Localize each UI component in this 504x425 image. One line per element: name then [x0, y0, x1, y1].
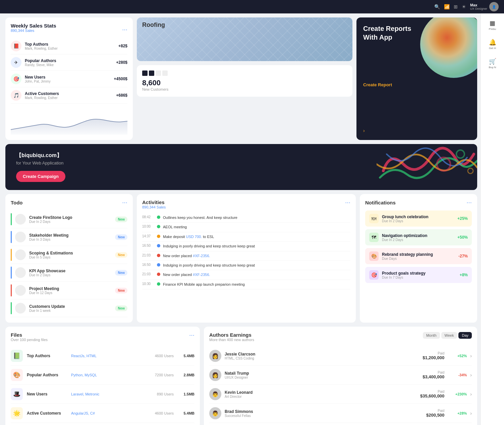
author-item-3: 👨 Brad Simmons Successful Fellas Paid $2…: [209, 404, 472, 423]
sidebar-mini-item-0[interactable]: ▦ Prebu: [486, 17, 499, 33]
campaign-title: 【biqubiqu.com】: [16, 152, 466, 159]
notifications-menu-icon[interactable]: ⋯: [466, 199, 472, 206]
stat-item-active-customers: 🎵 Active Customers Mark, Rowling, Esther…: [11, 87, 127, 104]
create-campaign-button[interactable]: Create Campaign: [16, 171, 65, 182]
author-item-2: 👨 Kevin Leonard Art Director Paid $35,60…: [209, 385, 472, 404]
author-name-1: Natali Trump: [225, 371, 419, 376]
notif-icon-3: 🎯: [369, 270, 379, 280]
author-change-2: +230%: [452, 392, 467, 396]
search-icon[interactable]: 🔍: [434, 4, 440, 9]
notification-item-0: 🍽 Group lunch celebration Due In 2 Days …: [365, 210, 472, 227]
stat-icon-active-customers: 🎵: [11, 90, 21, 101]
sidebar-mini-item-2[interactable]: 🛒 Buy N: [486, 55, 499, 72]
activities-subtitle: 890,344 Sales: [142, 205, 166, 209]
file-size-1: 2.8MB: [178, 373, 194, 377]
sidebar-mini-icon-2: 🛒: [489, 58, 496, 65]
user-profile[interactable]: Max UX Designer 👤: [470, 2, 499, 11]
authors-title: Authors Earnings: [209, 332, 254, 338]
activity-dot-2: [157, 235, 160, 238]
grid-icon[interactable]: ⊞: [454, 4, 458, 9]
todo-badge-5: New: [115, 305, 127, 311]
file-name-0: Top Authors: [27, 353, 67, 358]
todo-avatar-1: [15, 232, 26, 242]
period-day-button[interactable]: Day: [458, 332, 472, 339]
author-role-0: HTML, CSS Coding: [225, 357, 419, 360]
author-avatar-3: 👨: [209, 407, 221, 419]
stat-item-top-authors: 📕 Top Authors Mark, Rowling, Esther +82$: [11, 38, 127, 54]
files-header: Files Over 100 pending files ⋯: [11, 332, 194, 342]
sun-icon[interactable]: ☀: [462, 4, 466, 9]
todo-item: KPI App Showcase Due In 2 Days New: [11, 264, 127, 282]
nc-icon-dark: [142, 70, 148, 76]
activity-dot-1: [157, 225, 160, 228]
create-report-link[interactable]: Create Report: [363, 82, 470, 87]
author-arrow-icon-0[interactable]: ›: [470, 353, 472, 359]
file-item-2: 🎩 New Users Laravel, Metronic 890 Users …: [11, 385, 194, 404]
report-arrow-icon[interactable]: ›: [363, 128, 470, 133]
user-role: UX Designer: [470, 7, 487, 10]
file-users-0: 4600 Users: [147, 354, 174, 358]
activities-header: Activities 890,344 Sales ⋯: [142, 199, 350, 209]
file-icon-1: 🎨: [11, 369, 23, 381]
todo-avatar-5: [15, 303, 26, 314]
author-item-1: 👩 Natali Trump UI/UX Designer Paid $3,40…: [209, 366, 472, 385]
glass-pattern: [137, 17, 352, 61]
authors-list: 👩 Jessie Clarcson HTML, CSS Coding Paid …: [209, 346, 472, 423]
stat-icon-new-users: 🎯: [11, 74, 21, 84]
author-role-3: Successful Fellas: [225, 414, 423, 418]
author-arrow-icon-3[interactable]: ›: [470, 411, 472, 416]
file-users-2: 890 Users: [147, 392, 174, 396]
files-menu-icon[interactable]: ⋯: [189, 332, 194, 338]
svg-point-2: [468, 168, 473, 174]
todo-avatar-2: [15, 249, 26, 260]
todo-badge-4: New: [115, 288, 127, 293]
todo-item: Project Meeting Due In 12 Days New: [11, 282, 127, 299]
todo-avatar-3: [15, 267, 26, 278]
notif-value-1: +50%: [457, 235, 468, 240]
file-icon-2: 🎩: [11, 388, 23, 400]
activity-link-2[interactable]: #XF-2356.: [193, 254, 210, 258]
files-list: 📗 Top Authors ReactJs, HTML 4600 Users 5…: [11, 346, 194, 423]
notif-value-2: -27%: [458, 254, 468, 258]
notifications-header: Notifications ⋯: [365, 199, 472, 206]
activity-link[interactable]: USD 700.: [186, 235, 202, 239]
notifications-card: Notifications ⋯ 🍽 Group lunch celebratio…: [360, 194, 477, 323]
sidebar-mini-label-1: Get H: [489, 47, 496, 50]
activity-item: 14:37 Make deposit USD 700. to ESL: [142, 232, 350, 242]
activity-item: 10:00 AEOL meeting: [142, 223, 350, 232]
author-change-0: +52%: [452, 354, 467, 358]
activity-dot-7: [157, 282, 160, 286]
sidebar-mini-item-1[interactable]: 🔔 Get H: [486, 36, 499, 52]
period-week-button[interactable]: Week: [441, 332, 457, 339]
activity-item: 08:42 Outlines keep you honest. And keep…: [142, 213, 350, 223]
notif-icon-0: 🍽: [369, 214, 379, 223]
period-month-button[interactable]: Month: [423, 332, 440, 339]
file-size-0: 5.4MB: [178, 354, 194, 358]
author-change-3: +28%: [452, 411, 467, 415]
author-arrow-icon-1[interactable]: ›: [470, 372, 472, 378]
author-arrow-icon-2[interactable]: ›: [470, 391, 472, 397]
signal-icon[interactable]: 📶: [444, 4, 450, 9]
file-size-2: 1.5MB: [178, 392, 194, 396]
activity-link-3[interactable]: #XF-2356.: [193, 273, 210, 277]
sidebar-mini-icon-1: 🔔: [489, 39, 496, 46]
notifications-title: Notifications: [365, 200, 396, 205]
author-amount-3: $200,500: [426, 413, 444, 418]
nc-icons: [142, 70, 347, 76]
file-icon-0: 📗: [11, 350, 23, 362]
roofing-title: Roofing: [142, 21, 165, 29]
campaign-banner: 【biqubiqu.com】 for Your Web Application …: [5, 144, 477, 190]
author-name-3: Brad Simmons: [225, 409, 423, 414]
todo-item: Stakeholder Meeting Due In 3 Days New: [11, 228, 127, 246]
activities-card: Activities 890,344 Sales ⋯ 08:42 Outline…: [137, 194, 356, 323]
todo-bar-1: [11, 231, 12, 243]
todo-menu-icon[interactable]: ⋯: [122, 199, 127, 206]
notif-value-0: +25%: [457, 216, 468, 221]
stat-item-popular-authors: ✈ Popular Authors Randy, Steve, Mike +28…: [11, 54, 127, 71]
weekly-sales-menu[interactable]: ⋯: [122, 27, 127, 33]
activities-menu-icon[interactable]: ⋯: [345, 199, 350, 206]
stat-list: 📕 Top Authors Mark, Rowling, Esther +82$…: [11, 38, 127, 104]
nc-icon-light: [156, 70, 161, 76]
file-name-1: Popular Authors: [27, 373, 67, 377]
avatar[interactable]: 👤: [489, 2, 499, 11]
